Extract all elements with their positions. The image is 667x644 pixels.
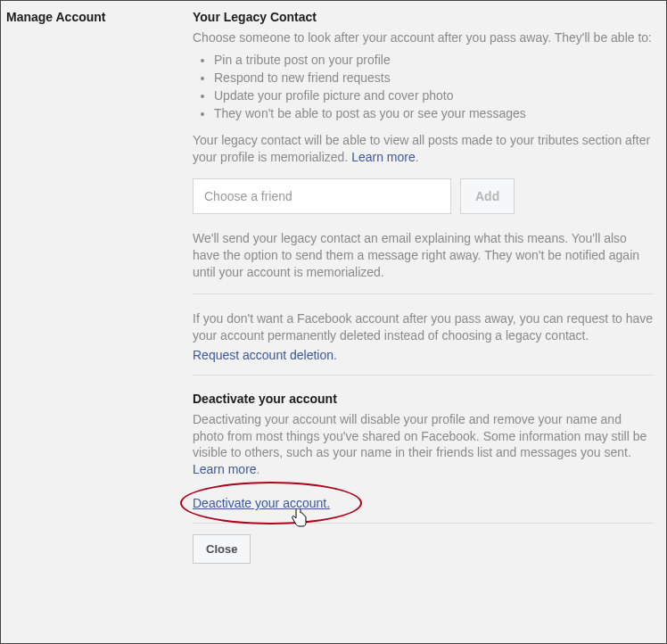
choose-friend-row: Add (193, 178, 654, 214)
legacy-bullet: They won't be able to post as you or see… (214, 105, 654, 122)
learn-more-link-legacy[interactable]: Learn more (351, 150, 416, 164)
nav-manage-account[interactable]: Manage Account (6, 10, 193, 24)
close-button[interactable]: Close (193, 534, 251, 564)
settings-panel: Manage Account Your Legacy Contact Choos… (0, 0, 667, 644)
deactivate-account-link[interactable]: Deactivate your account. (193, 496, 330, 510)
deactivate-desc: Deactivating your account will disable y… (193, 411, 654, 479)
cursor-pointer-icon (291, 508, 309, 530)
legacy-bullet: Update your profile picture and cover ph… (214, 87, 654, 104)
left-nav: Manage Account (1, 1, 193, 643)
deactivate-desc-text: Deactivating your account will disable y… (193, 412, 646, 460)
legacy-intro-text: Choose someone to look after your accoun… (193, 29, 654, 46)
divider (193, 375, 654, 376)
request-deletion-link[interactable]: Request account deletion. (193, 348, 337, 362)
legacy-contact-title: Your Legacy Contact (193, 10, 654, 24)
legacy-bullet: Respond to new friend requests (214, 70, 654, 87)
deactivate-title: Deactivate your account (193, 392, 654, 406)
deletion-intro: If you don't want a Facebook account aft… (193, 310, 654, 344)
learn-more-link-deactivate[interactable]: Learn more (193, 462, 257, 476)
legacy-bullets: Pin a tribute post on your profile Respo… (193, 52, 654, 122)
divider (193, 293, 654, 294)
divider (193, 523, 654, 524)
content-area: Your Legacy Contact Choose someone to lo… (193, 1, 666, 643)
legacy-bullet: Pin a tribute post on your profile (214, 52, 654, 69)
add-button[interactable]: Add (460, 178, 515, 214)
choose-friend-input[interactable] (193, 178, 451, 214)
memorialized-text: Your legacy contact will be able to view… (193, 133, 650, 164)
memorialized-note: Your legacy contact will be able to view… (193, 132, 654, 166)
deactivate-link-wrapper: Deactivate your account. (193, 496, 330, 510)
email-note: We'll send your legacy contact an email … (193, 230, 654, 281)
